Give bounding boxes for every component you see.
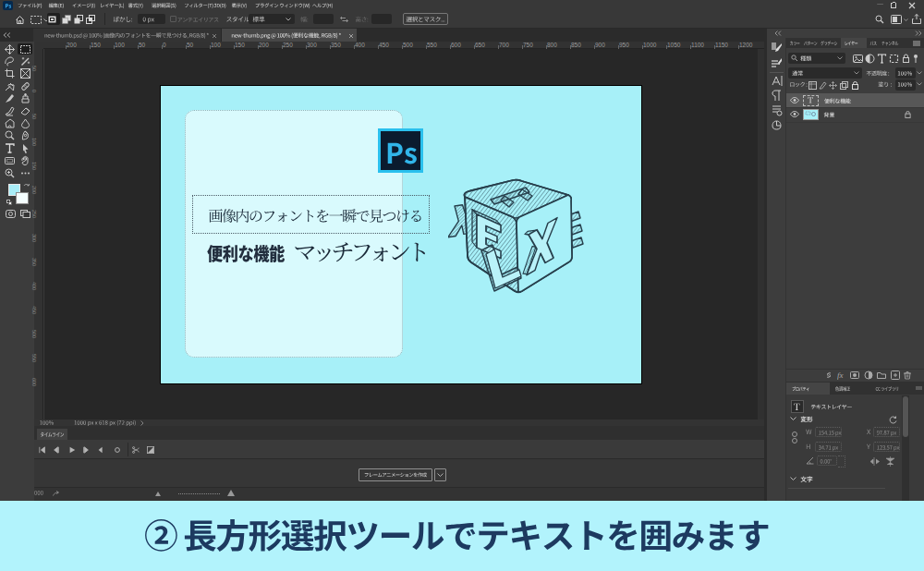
svg-text:fx: fx [837, 371, 844, 380]
